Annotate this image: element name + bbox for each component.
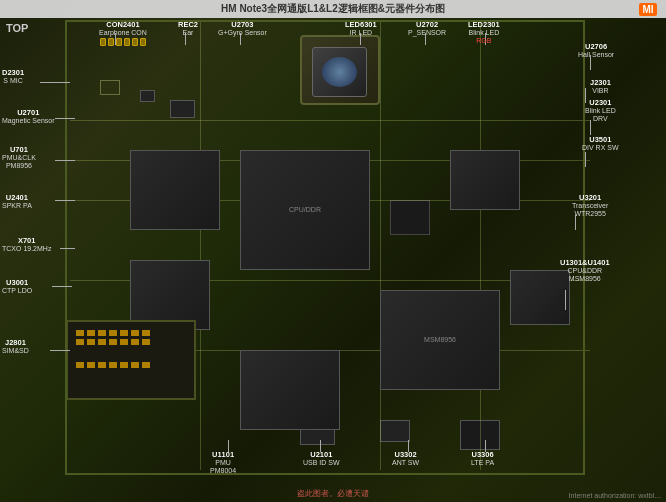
mi-logo: MI xyxy=(634,0,662,18)
component-X701: X701 TCXO 19.2MHz xyxy=(2,236,51,253)
component-U1301-U1401: U1301&U1401 CPU&DDR MSM8956 xyxy=(560,258,610,284)
component-REC2: REC2 Ear xyxy=(178,20,198,37)
component-CON2401: CON2401 Earphone CON xyxy=(99,20,147,37)
component-U3302: U3302 ANT SW xyxy=(392,450,419,467)
watermark-attribution: Internet authorization: wxtbl.... xyxy=(569,492,662,499)
component-U2702: U2702 P_SENSOR xyxy=(408,20,446,37)
component-U1101: U1101 PMU PM8004 xyxy=(210,450,236,476)
component-LED2301: LED2301 Blink LED RGB xyxy=(468,20,500,46)
board-outline xyxy=(65,20,585,475)
component-U2703: U2703 G+Gyro Sensor xyxy=(218,20,267,37)
component-D2301: D2301 S MIC xyxy=(2,68,24,85)
component-LED6301: LED6301 IR LED xyxy=(345,20,377,37)
component-J2301: J2301 VIBR xyxy=(590,78,611,95)
component-U2701: U2701 Magnetic Sensor xyxy=(2,108,55,125)
header-bar: HM Note3全网通版L1&L2逻辑框图&元器件分布图 MI xyxy=(0,0,666,18)
component-U2101: U2101 USB ID SW xyxy=(303,450,340,467)
component-U2706: U2706 Hall Sensor xyxy=(578,42,614,59)
component-U3306: U3306 LTE PA xyxy=(471,450,494,467)
component-U2401: U2401 SPKR PA xyxy=(2,193,32,210)
component-U701: U701 PMU&CLK PM8956 xyxy=(2,145,36,171)
watermark-text: 盗此图者。必遭天谴 xyxy=(297,488,369,499)
component-U3501: U3501 DIV RX SW xyxy=(582,135,619,152)
component-J2801: J2801 SIM&SD xyxy=(2,338,29,355)
header-title: HM Note3全网通版L1&L2逻辑框图&元器件分布图 xyxy=(6,2,660,16)
mi-logo-box: MI xyxy=(639,3,656,16)
main-container: CPU/DDR MSM8956 xyxy=(0,0,666,502)
component-U2301: U2301 Blink LED DRV xyxy=(585,98,616,124)
component-U3201: U3201 Transceiver WTR2955 xyxy=(572,193,608,219)
top-position-label: TOP xyxy=(6,22,28,34)
component-U3001: U3001 CTP LDO xyxy=(2,278,32,295)
